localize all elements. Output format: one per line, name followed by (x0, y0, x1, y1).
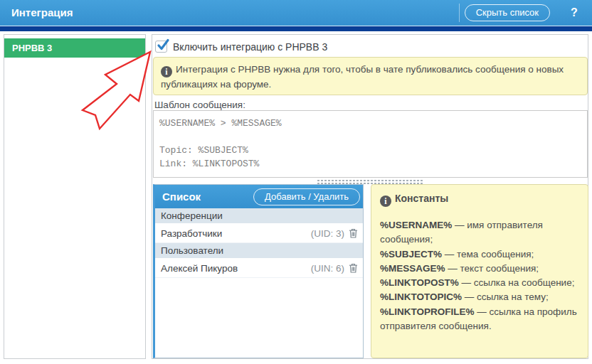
constant-linktoprofile: %LINKTOPROFILE% — ссылка на профиль отпр… (380, 305, 579, 334)
constants-title-text: Константы (395, 193, 448, 204)
integration-info-note: Интеграция с PHPBB нужна для того, чтобы… (153, 57, 588, 95)
help-button[interactable]: ? (562, 0, 586, 26)
list-panel-header: Список Добавить / Удалить (155, 185, 363, 208)
constant-linktotopic: %LINKTOTOPIC% — ссылка на тему; (380, 290, 579, 304)
page-title: Интеграция (11, 0, 73, 26)
list-item-id: (UID: 3) (311, 228, 344, 239)
integration-settings-panel: Включить интеграцию с PHPBB 3 Интеграция… (152, 34, 588, 359)
recipients-list-panel: Список Добавить / Удалить Конференции Ра… (153, 184, 364, 358)
constants-panel-title: Константы (380, 191, 579, 207)
list-group-users: Пользователи (155, 243, 363, 259)
list-group-conferences: Конференции (155, 208, 363, 224)
constants-panel: Константы %USERNAME% — имя отправителя с… (371, 184, 588, 358)
info-note-text: Интеграция с PHPBB нужна для того, чтобы… (161, 64, 564, 90)
list-panel-title: Список (162, 191, 201, 203)
list-item-id: (UIN: 6) (311, 263, 344, 274)
enable-integration-label: Включить интеграцию с PHPBB 3 (173, 41, 327, 53)
info-icon (161, 66, 172, 77)
header-blue-strip: Интеграция Скрыть список ? (0, 0, 592, 26)
constant-linktopost: %LINKTOPOST% — ссылка на сообщение; (380, 276, 579, 290)
hide-list-button[interactable]: Скрыть список (465, 4, 550, 21)
message-template-input[interactable]: %USERNAME% > %MESSAGE% Topic: %SUBJECT% … (153, 110, 588, 178)
list-item-user[interactable]: Алексей Пикуров (UIN: 6) (155, 259, 363, 278)
trash-icon[interactable] (349, 228, 358, 238)
sidebar-item-phpbb3[interactable]: PHPBB 3 (4, 38, 145, 58)
enable-integration-checkbox[interactable] (155, 41, 167, 53)
constant-subject: %SUBJECT% — тема сообщения; (380, 247, 579, 262)
top-header-bar: Интеграция Скрыть список ? (0, 0, 592, 31)
header-divider (459, 4, 460, 22)
list-item-developers[interactable]: Разработчики (UID: 3) (155, 224, 363, 243)
constant-username: %USERNAME% — имя отправителя сообщения; (380, 218, 579, 247)
add-remove-button[interactable]: Добавить / Удалить (253, 188, 360, 205)
trash-icon[interactable] (349, 263, 358, 273)
message-template-label: Шаблон сообщения: (154, 100, 245, 110)
enable-integration-row[interactable]: Включить интеграцию с PHPBB 3 (155, 41, 327, 53)
checkmark-icon (157, 39, 169, 52)
info-icon (380, 196, 391, 207)
integration-sidebar: PHPBB 3 (4, 34, 146, 359)
list-item-label: Алексей Пикуров (161, 263, 238, 274)
list-item-label: Разработчики (161, 228, 222, 239)
constant-message: %MESSAGE% — текст сообщения; (380, 262, 579, 276)
header-bottom-border (0, 26, 592, 31)
